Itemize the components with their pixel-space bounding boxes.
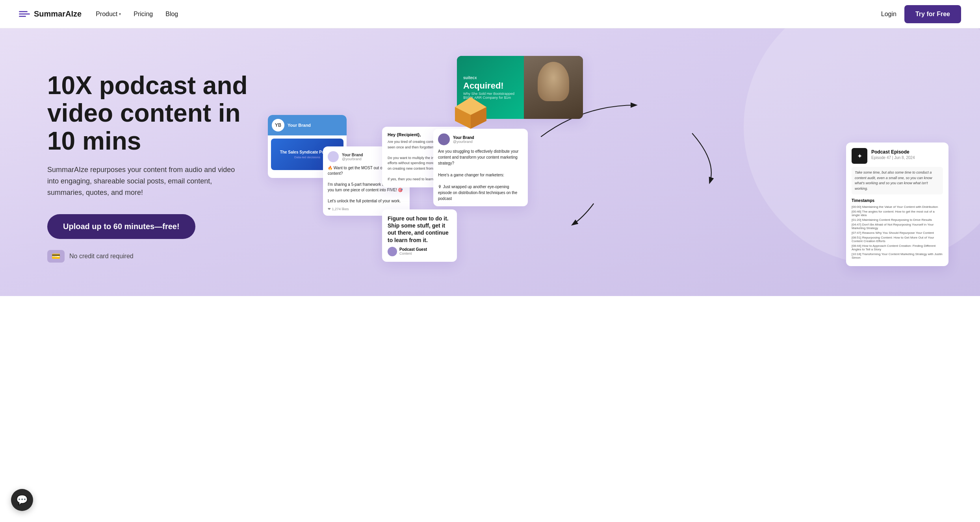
timestamp-2: [00:46] The angles for content: How to g… xyxy=(852,210,943,217)
nav-left: SummarAIze Product ▾ Pricing Blog xyxy=(19,9,178,19)
blog-icon: ✦ xyxy=(852,148,867,164)
logo-bar-1 xyxy=(19,11,28,12)
nav-links: Product ▾ Pricing Blog xyxy=(96,11,178,18)
blog-title: Podcast Episode xyxy=(871,149,915,155)
blog-episode: Episode 47 | Jun 8, 2024 xyxy=(871,155,915,160)
podcast-avatar: YB xyxy=(272,119,284,131)
credit-card-icon: 💳 xyxy=(47,250,65,263)
nav-blog-link[interactable]: Blog xyxy=(165,11,178,18)
video-person-thumbnail xyxy=(524,56,583,119)
chevron-down-icon: ▾ xyxy=(119,12,121,16)
figureout-guest: Podcast Guest xyxy=(399,247,427,252)
logo-bar-2 xyxy=(19,13,30,15)
3d-shape-svg xyxy=(453,95,488,131)
hero-title: 10X podcast and video content in 10 mins xyxy=(47,72,268,155)
figureout-avatar xyxy=(388,247,397,256)
person-shape xyxy=(538,62,569,101)
timestamp-8: [10:18] Transforming Your Content Market… xyxy=(852,252,943,259)
bottom-strip xyxy=(0,296,980,335)
blog-timestamps: [00:00] Maintaining the Value of Your Co… xyxy=(852,205,943,259)
blog-quote: Take some time, but also some time to co… xyxy=(852,167,943,194)
tweet-likes: ❤ 1,274 likes xyxy=(328,207,349,211)
linkedin-user: Your Brand @yourbrand xyxy=(453,135,474,144)
no-credit-card-row: 💳 No credit card required xyxy=(47,250,268,263)
nav-product-label: Product xyxy=(96,11,117,18)
blog-meta: Podcast Episode Episode 47 | Jun 8, 2024 xyxy=(871,149,915,163)
blog-card: ✦ Podcast Episode Episode 47 | Jun 8, 20… xyxy=(846,143,948,266)
blog-timestamps-title: Timestamps xyxy=(852,198,943,203)
tweet-handle: @yourbrand xyxy=(342,157,363,161)
timestamp-6: [08:51] Repurposing Content: How to Get … xyxy=(852,236,943,243)
figureout-user: Podcast Guest Content xyxy=(399,247,427,255)
timestamp-3: [01:20] Maintaining Content Repurposing … xyxy=(852,218,943,222)
figureout-title: Figure out how to do it. Ship some stuff… xyxy=(388,215,451,244)
try-for-free-button[interactable]: Try for Free xyxy=(904,5,961,23)
timestamp-7: [08:44] How to Approach Content Creation… xyxy=(852,244,943,251)
linkedin-handle: @yourbrand xyxy=(453,140,474,144)
navbar: SummarAIze Product ▾ Pricing Blog Login … xyxy=(0,0,980,28)
timestamp-5: [07:47] Reasons Why You Should Repurpose… xyxy=(852,231,943,235)
tweet-user: Your Brand @yourbrand xyxy=(342,153,363,161)
tweet-name: Your Brand xyxy=(342,153,363,157)
nav-product-link[interactable]: Product ▾ xyxy=(96,11,121,18)
hero-visual: YB Your Brand The Sales Syndicate Podcas… xyxy=(260,56,948,253)
podcast-channel: Your Brand xyxy=(288,123,311,128)
logo[interactable]: SummarAIze xyxy=(19,9,82,19)
tweet-like-count: 1,274 likes xyxy=(332,207,349,211)
hero-left: 10X podcast and video content in 10 mins… xyxy=(47,60,268,263)
hero-section: 10X podcast and video content in 10 mins… xyxy=(0,28,980,296)
video-acquired-title: Acquired! xyxy=(463,81,518,90)
hero-cta-button[interactable]: Upload up to 60 minutes—free! xyxy=(47,214,195,239)
logo-bar-3 xyxy=(19,16,26,17)
nav-pricing-label: Pricing xyxy=(134,11,153,17)
tweet-avatar xyxy=(328,151,339,162)
podcast-header: YB Your Brand xyxy=(268,115,347,135)
nav-blog-label: Blog xyxy=(165,11,178,17)
3d-shape-decoration xyxy=(453,95,488,131)
timestamp-1: [00:00] Maintaining the Value of Your Co… xyxy=(852,205,943,209)
blog-header: ✦ Podcast Episode Episode 47 | Jun 8, 20… xyxy=(852,148,943,164)
hero-subtitle: SummarAIze repurposes your content from … xyxy=(47,164,244,198)
linkedin-card: Your Brand @yourbrand Are you struggling… xyxy=(433,129,528,206)
figureout-footer: Podcast Guest Content xyxy=(388,247,451,256)
logo-icon xyxy=(19,11,30,17)
linkedin-text: Are you struggling to effectively distri… xyxy=(438,148,523,202)
video-logo: suitecx xyxy=(463,76,518,80)
linkedin-header: Your Brand @yourbrand xyxy=(438,133,523,145)
linkedin-avatar xyxy=(438,133,450,145)
nav-pricing-link[interactable]: Pricing xyxy=(134,11,153,18)
figureout-card: Figure out how to do it. Ship some stuff… xyxy=(382,209,457,262)
timestamp-4: [04:47] Don't Be Afraid of Not Repurposi… xyxy=(852,223,943,230)
blog-icon-symbol: ✦ xyxy=(857,152,862,160)
login-button[interactable]: Login xyxy=(881,11,896,18)
linkedin-name: Your Brand xyxy=(453,135,474,140)
nav-right: Login Try for Free xyxy=(881,5,961,23)
no-cc-text: No credit card required xyxy=(69,253,134,260)
logo-text: SummarAIze xyxy=(34,9,82,19)
figureout-handle: Content xyxy=(399,252,427,255)
